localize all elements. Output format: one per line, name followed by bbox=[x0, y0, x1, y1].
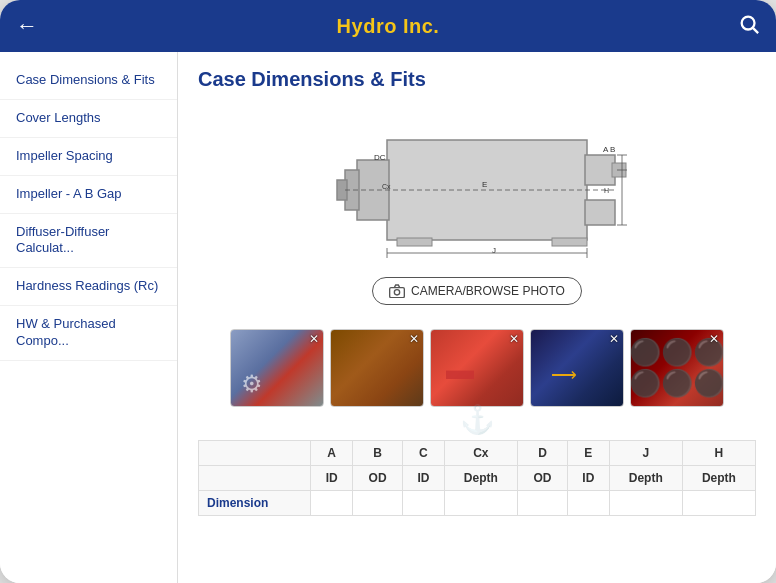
main-content: Case Dimensions & Fits Cover Lengths Imp… bbox=[0, 52, 776, 583]
col-header-cx-top: Cx bbox=[444, 441, 517, 466]
diagram-container: DC Cx E A B H J bbox=[198, 105, 756, 265]
sidebar: Case Dimensions & Fits Cover Lengths Imp… bbox=[0, 52, 178, 583]
col-subheader-empty bbox=[199, 466, 311, 491]
col-subheader-c: ID bbox=[403, 466, 445, 491]
photos-row: ✕ ✕ ✕ ✕ ⚫⚫⚫⚫⚫⚫ ✕ bbox=[198, 329, 756, 407]
svg-line-1 bbox=[753, 28, 758, 33]
photo-thumb-4: ✕ bbox=[530, 329, 624, 407]
camera-btn-label: CAMERA/BROWSE PHOTO bbox=[411, 284, 565, 298]
col-subheader-a: ID bbox=[311, 466, 353, 491]
sidebar-item-diffuser-calc[interactable]: Diffuser-Diffuser Calculat... bbox=[0, 214, 177, 269]
photo-thumb-2: ✕ bbox=[330, 329, 424, 407]
col-subheader-h: Depth bbox=[682, 466, 755, 491]
svg-text:Cx: Cx bbox=[382, 183, 391, 190]
page-title: Case Dimensions & Fits bbox=[198, 68, 756, 91]
col-subheader-cx: Depth bbox=[444, 466, 517, 491]
content-area: Case Dimensions & Fits bbox=[178, 52, 776, 583]
cell-j bbox=[609, 491, 682, 516]
photo-thumb-1: ✕ bbox=[230, 329, 324, 407]
sidebar-item-case-dimensions[interactable]: Case Dimensions & Fits bbox=[0, 62, 177, 100]
col-header-empty bbox=[199, 441, 311, 466]
svg-rect-7 bbox=[585, 155, 615, 185]
back-button[interactable]: ← bbox=[16, 15, 38, 37]
tablet-frame: ← Hydro Inc. Case Dimensions & Fits Cove… bbox=[0, 0, 776, 583]
col-header-e-top: E bbox=[568, 441, 610, 466]
svg-point-27 bbox=[394, 290, 399, 295]
svg-text:A B: A B bbox=[603, 145, 615, 154]
cell-cx bbox=[444, 491, 517, 516]
photo-close-4[interactable]: ✕ bbox=[609, 332, 619, 346]
svg-text:E: E bbox=[482, 180, 487, 189]
sidebar-item-impeller-spacing[interactable]: Impeller Spacing bbox=[0, 138, 177, 176]
photo-close-1[interactable]: ✕ bbox=[309, 332, 319, 346]
dimensions-table: A B C Cx D E J H ID OD ID Depth bbox=[198, 440, 756, 516]
col-subheader-e: ID bbox=[568, 466, 610, 491]
col-subheader-b: OD bbox=[352, 466, 402, 491]
photo-close-3[interactable]: ✕ bbox=[509, 332, 519, 346]
watermark: ⚓ bbox=[198, 403, 756, 436]
cell-a bbox=[311, 491, 353, 516]
app-header: ← Hydro Inc. bbox=[0, 0, 776, 52]
camera-browse-button[interactable]: CAMERA/BROWSE PHOTO bbox=[372, 277, 582, 305]
col-header-d-top: D bbox=[517, 441, 567, 466]
svg-text:H: H bbox=[604, 187, 609, 194]
app-title: Hydro Inc. bbox=[337, 15, 440, 38]
sidebar-item-impeller-ab-gap[interactable]: Impeller - A B Gap bbox=[0, 176, 177, 214]
sidebar-item-hardness[interactable]: Hardness Readings (Rc) bbox=[0, 268, 177, 306]
col-header-b-top: B bbox=[352, 441, 402, 466]
col-header-h-top: H bbox=[682, 441, 755, 466]
search-icon bbox=[738, 13, 760, 35]
cell-e bbox=[568, 491, 610, 516]
svg-rect-11 bbox=[397, 238, 432, 246]
col-header-c-top: C bbox=[403, 441, 445, 466]
svg-rect-9 bbox=[585, 200, 615, 225]
cell-h bbox=[682, 491, 755, 516]
col-header-a-top: A bbox=[311, 441, 353, 466]
col-subheader-d: OD bbox=[517, 466, 567, 491]
search-button[interactable] bbox=[738, 13, 760, 40]
cell-b bbox=[352, 491, 402, 516]
photo-thumb-5: ⚫⚫⚫⚫⚫⚫ ✕ bbox=[630, 329, 724, 407]
row-label-dimension: Dimension bbox=[199, 491, 311, 516]
col-header-j-top: J bbox=[609, 441, 682, 466]
svg-rect-12 bbox=[552, 238, 587, 246]
col-subheader-j: Depth bbox=[609, 466, 682, 491]
cell-d bbox=[517, 491, 567, 516]
table-row: Dimension bbox=[199, 491, 756, 516]
svg-point-0 bbox=[742, 16, 755, 29]
photo-thumb-3: ✕ bbox=[430, 329, 524, 407]
camera-icon bbox=[389, 284, 405, 298]
sidebar-item-hw-purchased[interactable]: HW & Purchased Compo... bbox=[0, 306, 177, 361]
cell-c bbox=[403, 491, 445, 516]
photo-close-2[interactable]: ✕ bbox=[409, 332, 419, 346]
case-diagram: DC Cx E A B H J bbox=[307, 105, 647, 265]
svg-text:DC: DC bbox=[374, 153, 386, 162]
photo-close-5[interactable]: ✕ bbox=[709, 332, 719, 346]
sidebar-item-cover-lengths[interactable]: Cover Lengths bbox=[0, 100, 177, 138]
svg-text:J: J bbox=[492, 246, 496, 255]
